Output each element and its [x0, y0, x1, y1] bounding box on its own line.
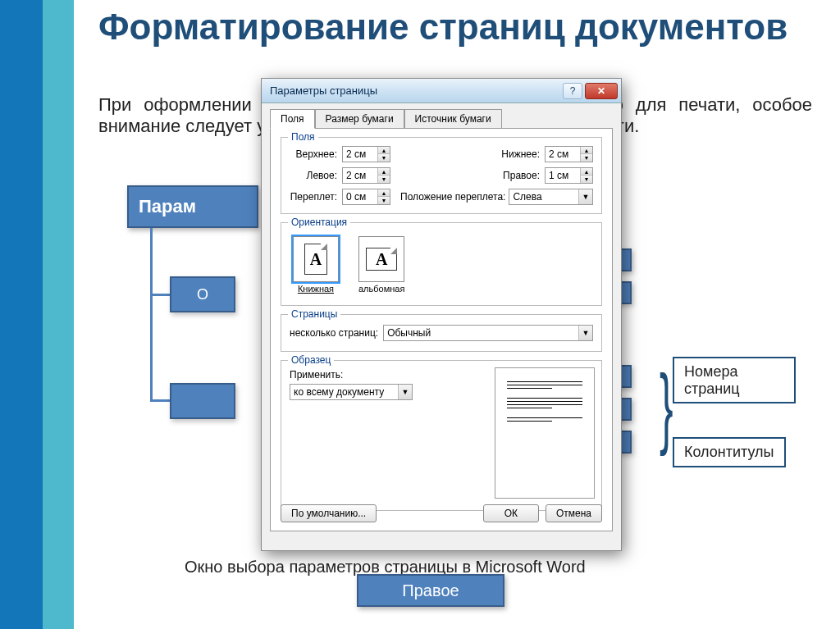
spin-up-icon[interactable]: ▲ [581, 168, 592, 175]
defaults-button[interactable]: По умолчанию... [281, 504, 377, 522]
multiple-pages-select[interactable]: Обычный ▼ [383, 325, 593, 341]
label-bottom-margin: Нижнее: [448, 148, 540, 160]
spin-down-icon[interactable]: ▼ [378, 175, 390, 183]
connector-line [150, 399, 171, 402]
spin-down-icon[interactable]: ▼ [581, 175, 592, 183]
left-margin-spinner[interactable]: ▲▼ [342, 167, 390, 184]
spin-down-icon[interactable]: ▼ [378, 154, 390, 162]
spin-up-icon[interactable]: ▲ [378, 147, 390, 154]
right-margin-spinner[interactable]: ▲▼ [545, 167, 593, 184]
chevron-down-icon[interactable]: ▼ [578, 326, 592, 340]
top-margin-spinner[interactable]: ▲▼ [342, 146, 390, 162]
multiple-pages-value: Обычный [387, 327, 431, 339]
label-right-margin: Правое [357, 574, 504, 607]
brace-icon: } [660, 361, 673, 451]
label-headers-footers: Колонтитулы [673, 437, 786, 467]
group-title-margins: Поля [288, 131, 318, 143]
landscape-icon: A [358, 236, 404, 282]
tab-paper-source[interactable]: Источник бумаги [404, 109, 502, 129]
help-button[interactable]: ? [563, 83, 582, 99]
apply-to-select[interactable]: ко всему документу ▼ [290, 384, 413, 400]
connector-line [150, 294, 171, 296]
connector-line [150, 228, 153, 400]
diagram-block: О [170, 276, 235, 312]
slide-accent-bar-1 [0, 0, 43, 629]
apply-to-value: ко всему документу [294, 386, 384, 398]
orientation-portrait[interactable]: A Книжная [293, 236, 339, 294]
orientation-landscape[interactable]: A альбомная [358, 236, 404, 294]
slide-accent-bar-2 [43, 0, 74, 629]
group-sample: Образец Применить: ко всему документу ▼ [281, 360, 602, 511]
label-gutter: Переплет: [290, 191, 337, 203]
portrait-icon: A [293, 236, 339, 282]
group-margins: Поля Верхнее: ▲▼ Нижнее: ▲▼ Левое: ▲▼ [281, 137, 602, 214]
orientation-landscape-label: альбомная [358, 284, 404, 294]
group-orientation: Ориентация A Книжная A альбомная [281, 222, 602, 306]
close-button[interactable]: ✕ [585, 83, 618, 99]
cancel-button[interactable]: Отмена [546, 504, 602, 522]
gutter-position-value: Слева [513, 191, 541, 203]
label-apply-to: Применить: [290, 369, 343, 381]
spin-down-icon[interactable]: ▼ [378, 197, 390, 204]
tab-fields[interactable]: Поля [270, 109, 315, 129]
group-pages: Страницы несколько страниц: Обычный ▼ [281, 314, 602, 352]
left-margin-input[interactable] [343, 170, 377, 181]
diagram-block [170, 383, 235, 419]
spin-up-icon[interactable]: ▲ [581, 147, 592, 154]
spin-down-icon[interactable]: ▼ [581, 154, 592, 162]
group-title-sample: Образец [288, 354, 334, 366]
label-gutter-position: Положение переплета: [400, 191, 505, 203]
orientation-portrait-label: Книжная [293, 284, 339, 294]
label-page-numbers: Номера страниц [673, 357, 796, 403]
dialog-title: Параметры страницы [265, 84, 560, 97]
spin-up-icon[interactable]: ▲ [378, 189, 390, 197]
label-multiple-pages: несколько страниц: [290, 327, 378, 339]
gutter-spinner[interactable]: ▲▼ [342, 189, 390, 205]
bottom-margin-spinner[interactable]: ▲▼ [545, 146, 593, 162]
tab-panel-fields: Поля Верхнее: ▲▼ Нижнее: ▲▼ Левое: ▲▼ [270, 128, 613, 531]
group-title-pages: Страницы [288, 308, 340, 320]
slide-title: Форматирование страниц документов [98, 8, 788, 46]
tab-paper-size[interactable]: Размер бумаги [315, 109, 404, 129]
parameters-box: Парам [127, 185, 258, 228]
label-right-margin: Правое: [448, 170, 540, 181]
dialog-titlebar[interactable]: Параметры страницы ? ✕ [262, 79, 621, 103]
page-setup-dialog: Параметры страницы ? ✕ Поля Размер бумаг… [261, 78, 622, 551]
chevron-down-icon[interactable]: ▼ [578, 189, 592, 204]
chevron-down-icon[interactable]: ▼ [398, 385, 412, 399]
dialog-button-row: По умолчанию... ОК Отмена [281, 504, 602, 522]
ok-button[interactable]: ОК [483, 504, 539, 522]
label-top-margin: Верхнее: [290, 148, 337, 160]
page-preview [495, 367, 595, 499]
top-margin-input[interactable] [343, 148, 377, 160]
label-left-margin: Левое: [290, 170, 337, 181]
gutter-position-select[interactable]: Слева ▼ [509, 189, 593, 205]
gutter-input[interactable] [343, 191, 377, 203]
dialog-tabs: Поля Размер бумаги Источник бумаги [262, 103, 621, 128]
spin-up-icon[interactable]: ▲ [378, 168, 390, 175]
right-margin-input[interactable] [546, 170, 580, 181]
bottom-margin-input[interactable] [546, 148, 580, 160]
group-title-orientation: Ориентация [288, 217, 350, 228]
